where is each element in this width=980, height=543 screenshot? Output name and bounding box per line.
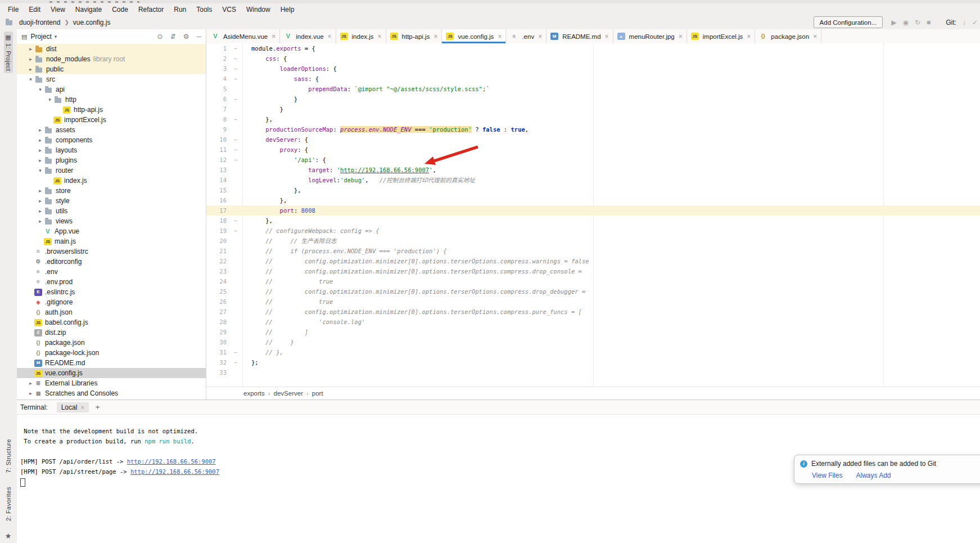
editor-tab-package-json[interactable]: {}package.json×	[755, 29, 821, 43]
fold-marker[interactable]: −	[229, 357, 242, 367]
code-line[interactable]: 13 target: 'http://192.168.66.56:9007',	[206, 165, 980, 175]
code-line[interactable]: 18− },	[206, 216, 980, 226]
code-line[interactable]: 29 // ]	[206, 327, 980, 337]
code-line[interactable]: 32−};	[206, 357, 980, 367]
menu-item-tools[interactable]: Tools	[191, 3, 217, 15]
tree-item-babel-config-js[interactable]: JSbabel.config.js	[17, 317, 206, 327]
chevron-right-icon[interactable]: ▸	[27, 391, 34, 396]
debug-icon[interactable]: ◉	[902, 19, 908, 26]
chevron-right-icon[interactable]: ▸	[27, 46, 34, 52]
tree-item-http-api-js[interactable]: JShttp-api.js	[17, 105, 206, 115]
tree-item-external-libraries[interactable]: ▸≣External Libraries	[17, 378, 206, 388]
chevron-right-icon[interactable]: ▸	[37, 198, 44, 204]
menu-item-navigate[interactable]: Navigate	[70, 3, 107, 15]
tree-item-dist-zip[interactable]: Zdist.zip	[17, 327, 206, 338]
tree-item-utils[interactable]: ▸utils	[17, 206, 206, 216]
new-terminal-icon[interactable]: +	[96, 403, 100, 411]
chevron-right-icon[interactable]: ▸	[27, 56, 34, 62]
code-line[interactable]: 23 // config.optimization.minimizer[0].o…	[206, 266, 980, 276]
chevron-right-icon[interactable]: ▸	[37, 158, 44, 163]
menu-item-run[interactable]: Run	[169, 3, 191, 15]
breadcrumb-exports[interactable]: exports	[243, 390, 265, 397]
terminal-link[interactable]: http://192.168.66.56:9007	[130, 468, 219, 475]
git-update-icon[interactable]: ↓	[963, 19, 966, 26]
tree-item-layouts[interactable]: ▸layouts	[17, 145, 206, 155]
code-line[interactable]: 15 },	[206, 185, 980, 195]
stop-icon[interactable]: ■	[927, 19, 931, 26]
menu-item-vcs[interactable]: VCS	[217, 3, 241, 15]
chevron-right-icon[interactable]: ▸	[37, 208, 44, 214]
editor-body[interactable]: 1−module.exports = {2− css: {3− loaderOp…	[206, 43, 980, 387]
code-line[interactable]: 30 // }	[206, 337, 980, 347]
close-icon[interactable]: ×	[80, 404, 84, 411]
tree-item-components[interactable]: ▸components	[17, 135, 206, 145]
tree-item-assets[interactable]: ▸assets	[17, 125, 206, 135]
code-line[interactable]: 16 },	[206, 195, 980, 205]
tree-item-env-prod[interactable]: ≡.env.prod	[17, 277, 206, 287]
fold-marker[interactable]: −	[229, 114, 242, 124]
code-line[interactable]: 27 // config.optimization.minimizer[0].o…	[206, 307, 980, 317]
code-line[interactable]: 1−module.exports = {	[206, 43, 980, 53]
tree-item-node-modules[interactable]: ▸node_moduleslibrary root	[17, 54, 206, 64]
menu-item-help[interactable]: Help	[276, 3, 300, 15]
editor-tab-http-api-js[interactable]: JShttp-api.js×	[386, 29, 442, 43]
code-line[interactable]: 11− proxy: {	[206, 145, 980, 155]
close-icon[interactable]: ×	[538, 33, 542, 41]
tree-item-eslintrc-js[interactable]: E.eslintrc.js	[17, 287, 206, 297]
code-line[interactable]: 26 // true	[206, 297, 980, 307]
tree-item-store[interactable]: ▸store	[17, 186, 206, 196]
tree-item-scratches-and-consoles[interactable]: ▸▤Scratches and Consoles	[17, 388, 206, 398]
tool-button-project[interactable]: ▦ 1: Project	[4, 32, 13, 73]
code-line[interactable]: 20 // // 生产去除日志	[206, 236, 980, 246]
editor-tab-importexcel-js[interactable]: JSimportExcel.js×	[687, 29, 756, 43]
tree-item-http[interactable]: ▾http	[17, 95, 206, 105]
close-icon[interactable]: ×	[498, 33, 502, 41]
fold-marker[interactable]: −	[229, 226, 242, 236]
chevron-right-icon[interactable]: ▸	[37, 147, 44, 153]
fold-marker[interactable]: −	[229, 74, 242, 84]
chevron-down-icon[interactable]: ▾	[55, 34, 57, 39]
tree-item-style[interactable]: ▸style	[17, 196, 206, 206]
fold-marker[interactable]: −	[229, 43, 242, 53]
chevron-right-icon[interactable]: ▸	[27, 66, 34, 72]
code-line[interactable]: 14 logLevel:'debug', //控制台终端打印代理前的真实地址	[206, 175, 980, 185]
menu-item-code[interactable]: Code	[107, 3, 133, 15]
tree-item-env[interactable]: ≡.env	[17, 267, 206, 277]
code-line[interactable]: 33	[206, 367, 980, 378]
close-icon[interactable]: ×	[813, 33, 817, 41]
code-line[interactable]: 2− css: {	[206, 53, 980, 64]
menu-item-window[interactable]: Window	[241, 3, 276, 15]
close-icon[interactable]: ×	[679, 33, 683, 41]
tree-item-browserslistrc[interactable]: ≡.browserslistrc	[17, 246, 206, 257]
tree-item-auth-json[interactable]: {}auth.json	[17, 307, 206, 317]
project-panel-title[interactable]: Project	[30, 33, 51, 41]
editor-tab-index-vue[interactable]: Vindex.vue×	[280, 29, 336, 43]
menu-item-edit[interactable]: Edit	[24, 3, 46, 15]
code-line[interactable]: 24 // true	[206, 276, 980, 286]
code-line[interactable]: 19− // configureWebpack: config => {	[206, 226, 980, 236]
locate-file-icon[interactable]: ⊙	[157, 33, 163, 40]
tree-item-views[interactable]: ▸views	[17, 216, 206, 226]
fold-marker[interactable]: −	[229, 347, 242, 357]
tree-item-src[interactable]: ▾src	[17, 74, 206, 84]
editor-tab-env[interactable]: ≡.env×	[506, 29, 547, 43]
breadcrumb-port[interactable]: port	[312, 390, 323, 397]
chevron-right-icon[interactable]: ▸	[37, 188, 44, 194]
code-line[interactable]: 22 // config.optimization.minimizer[0].o…	[206, 256, 980, 266]
add-configuration-button[interactable]: Add Configuration...	[814, 16, 883, 28]
close-icon[interactable]: ×	[328, 33, 332, 41]
fold-marker[interactable]: −	[229, 155, 242, 165]
editor-tab-asidemenu-vue[interactable]: VAsideMenu.vue×	[207, 29, 280, 43]
run-icon[interactable]: ▶	[891, 19, 896, 26]
editor-tab-vue-config-js[interactable]: JSvue.config.js×	[442, 29, 506, 43]
tree-item-main-js[interactable]: JSmain.js	[17, 236, 206, 246]
code-line[interactable]: 12− '/api': {	[206, 155, 980, 165]
tree-item-package-lock-json[interactable]: {}package-lock.json	[17, 348, 206, 358]
code-line[interactable]: 6− }	[206, 94, 980, 104]
chevron-right-icon[interactable]: ▸	[37, 137, 44, 143]
code-line[interactable]: 7 }	[206, 104, 980, 114]
code-line[interactable]: 8− },	[206, 114, 980, 124]
fold-marker[interactable]: −	[229, 94, 242, 104]
code-line[interactable]: 28 // 'console.log'	[206, 317, 980, 327]
chevron-right-icon[interactable]: ▸	[37, 127, 44, 133]
